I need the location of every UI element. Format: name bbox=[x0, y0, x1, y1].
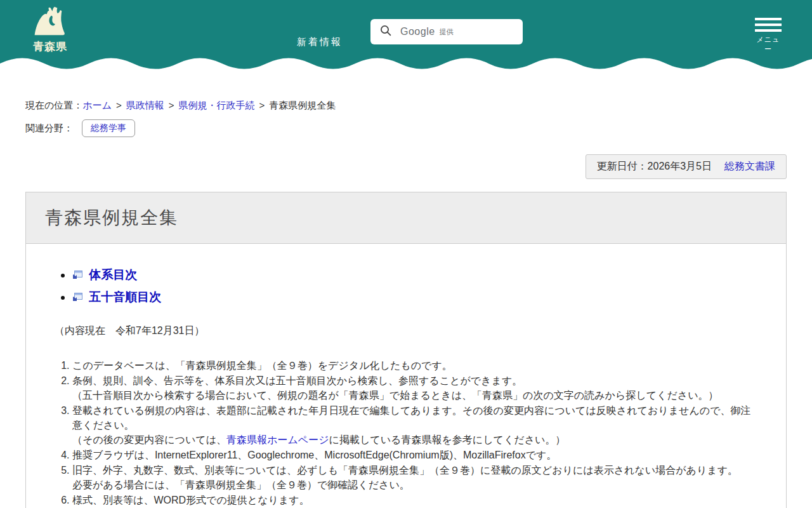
note-subtext: （五十音順目次から検索する場合において、例規の題名が「青森県」で始まるときは、「… bbox=[72, 388, 751, 403]
note-subtext: （その後の変更内容については、青森県報ホームページに掲載している青森県報を参考に… bbox=[72, 432, 751, 447]
search-placeholder-provider: Google bbox=[400, 26, 435, 37]
menu-button[interactable]: メニュー bbox=[755, 18, 782, 54]
gojuon-mokuji-link[interactable]: 五十音順目次 bbox=[89, 290, 161, 304]
breadcrumb-prefix: 現在の位置： bbox=[25, 100, 82, 110]
search-icon bbox=[379, 24, 392, 39]
toc-list: 体系目次 五十音順目次 bbox=[55, 267, 751, 305]
menu-label: メニュー bbox=[755, 35, 782, 54]
note-text: このデータベースは、「青森県例規全集」（全９巻）をデジタル化したものです。 bbox=[72, 360, 452, 371]
taikei-mokuji-link[interactable]: 体系目次 bbox=[89, 268, 137, 281]
note-item: 推奨ブラウザは、InternetExplorer11、Googlechrome、… bbox=[72, 448, 751, 462]
new-info-link[interactable]: 新着情報 bbox=[297, 36, 343, 48]
hamburger-icon bbox=[755, 18, 782, 32]
note-item: 様式、別表等は、WORD形式での提供となります。 bbox=[72, 493, 751, 507]
breadcrumb: 現在の位置：ホーム>県政情報>県例規・行政手続>青森県例規全集 bbox=[25, 100, 787, 112]
notes-list: このデータベースは、「青森県例規全集」（全９巻）をデジタル化したものです。 条例… bbox=[55, 358, 751, 507]
breadcrumb-link-home[interactable]: ホーム bbox=[82, 100, 112, 110]
note-text: 条例、規則、訓令、告示等を、体系目次又は五十音順目次から検索し、参照することがで… bbox=[72, 375, 522, 386]
department-link[interactable]: 総務文書課 bbox=[724, 161, 775, 171]
note-item: 登載されている例規の内容は、表題部に記載された年月日現在で編集してあります。その… bbox=[72, 403, 751, 447]
note-item: 条例、規則、訓令、告示等を、体系目次又は五十音順目次から検索し、参照することがで… bbox=[72, 373, 751, 403]
new-window-icon bbox=[72, 291, 86, 304]
note-text: 旧字、外字、丸数字、数式、別表等については、必ずしも「青森県例規全集」（全９巻）… bbox=[72, 465, 738, 476]
breadcrumb-separator: > bbox=[259, 100, 265, 110]
search-input[interactable]: Google 提供 bbox=[370, 19, 523, 44]
note-text: 登載されている例規の内容は、表題部に記載された年月日現在で編集してあります。その… bbox=[72, 405, 751, 431]
main-content-panel: 青森県例規全集 体系目次 bbox=[25, 192, 787, 508]
related-field-label: 関連分野： bbox=[25, 123, 73, 135]
list-item: 体系目次 bbox=[72, 267, 751, 283]
note-text: 様式、別表等は、WORD形式での提供となります。 bbox=[72, 495, 310, 505]
site-header: 青森県 新着情報 Google 提供 メニュー bbox=[0, 0, 812, 56]
breadcrumb-link-kensei-joho[interactable]: 県政情報 bbox=[126, 100, 164, 110]
note-subtext-pre: （その後の変更内容については、 bbox=[72, 434, 226, 445]
update-date-row: 更新日付：2026年3月5日総務文書課 bbox=[25, 154, 787, 179]
current-as-of-text: （内容現在 令和7年12月31日） bbox=[55, 323, 751, 338]
page-content: 体系目次 五十音順目次 （内容現在 令和7年12月31日） このデータベースは、… bbox=[26, 244, 786, 507]
search-placeholder-provided-by: 提供 bbox=[440, 27, 454, 37]
note-subtext: 必要がある場合には、「青森県例規全集」（全９巻）で御確認ください。 bbox=[72, 478, 751, 492]
note-item: 旧字、外字、丸数字、数式、別表等については、必ずしも「青森県例規全集」（全９巻）… bbox=[72, 463, 751, 492]
update-date-label: 更新日付：2026年3月5日 bbox=[597, 161, 712, 171]
breadcrumb-current-page: 青森県例規全集 bbox=[269, 100, 336, 110]
aomori-emblem-icon bbox=[30, 6, 70, 39]
note-item: このデータベースは、「青森県例規全集」（全９巻）をデジタル化したものです。 bbox=[72, 358, 751, 373]
list-item: 五十音順目次 bbox=[72, 289, 751, 305]
note-subtext-post: に掲載している青森県報を参考にしてください。） bbox=[329, 434, 566, 445]
related-field-tag[interactable]: 総務学事 bbox=[82, 119, 135, 137]
header-wave-decoration bbox=[0, 56, 812, 70]
page-title: 青森県例規全集 bbox=[45, 206, 767, 230]
breadcrumb-link-reiki-tetsuzuki[interactable]: 県例規・行政手続 bbox=[179, 100, 255, 110]
breadcrumb-separator: > bbox=[116, 100, 122, 110]
site-logo[interactable]: 青森県 bbox=[30, 6, 70, 54]
page-title-bar: 青森県例規全集 bbox=[26, 192, 786, 244]
kenpou-homepage-link[interactable]: 青森県報ホームページ bbox=[226, 434, 329, 445]
logo-label: 青森県 bbox=[33, 39, 67, 54]
update-date-box: 更新日付：2026年3月5日総務文書課 bbox=[586, 154, 787, 179]
related-field-row: 関連分野： 総務学事 bbox=[25, 119, 787, 137]
note-text: 推奨ブラウザは、InternetExplorer11、Googlechrome、… bbox=[72, 450, 556, 460]
new-window-icon bbox=[72, 269, 86, 282]
breadcrumb-separator: > bbox=[169, 100, 174, 110]
